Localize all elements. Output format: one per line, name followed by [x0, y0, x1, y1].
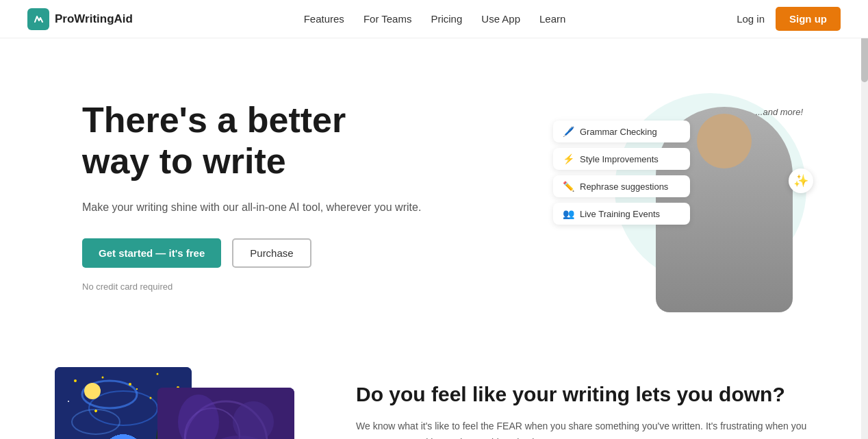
feature-cards-list: 🖊️ Grammar Checking ⚡ Style Improvements… — [553, 121, 690, 225]
navigation: ProWritingAid Features For Teams Pricing… — [0, 0, 868, 38]
get-started-button[interactable]: Get started — it's free — [82, 238, 221, 268]
nav-links: Features For Teams Pricing Use App Learn — [304, 13, 566, 25]
svg-point-7 — [129, 383, 131, 386]
signup-button[interactable]: Sign up — [776, 7, 841, 31]
hero-illustration: ...and more! ✨ 🖊️ Grammar Checking ⚡ Sty… — [553, 79, 813, 312]
no-credit-card-note: No credit card required — [82, 281, 421, 292]
scrollbar-track[interactable] — [861, 0, 868, 439]
second-body: We know what it's like to feel the FEAR … — [356, 418, 813, 439]
svg-point-10 — [68, 401, 69, 402]
svg-point-2 — [82, 381, 137, 408]
second-text: Do you feel like your writing lets you d… — [356, 367, 813, 439]
svg-point-5 — [74, 379, 77, 382]
svg-point-4 — [72, 410, 120, 434]
svg-point-12 — [84, 383, 101, 399]
second-section: My idea in my head Do you feel like your… — [0, 340, 868, 439]
feature-card-style: ⚡ Style Improvements — [553, 148, 690, 170]
logo-icon — [27, 8, 49, 30]
svg-point-11 — [150, 397, 152, 399]
rephrase-icon: ✏️ — [563, 181, 574, 192]
brand-name: ProWritingAid — [55, 12, 133, 26]
nav-use-app[interactable]: Use App — [481, 13, 520, 25]
feature-card-grammar: 🖊️ Grammar Checking — [553, 121, 690, 142]
nav-pricing[interactable]: Pricing — [431, 13, 462, 25]
svg-point-6 — [102, 377, 104, 379]
hero-content: There's a better way to write Make your … — [82, 100, 421, 291]
feature-card-training: 👥 Live Training Events — [553, 203, 690, 225]
brand-logo[interactable]: ProWritingAid — [27, 8, 133, 30]
nav-features[interactable]: Features — [304, 13, 344, 25]
second-title: Do you feel like your writing lets you d… — [356, 381, 813, 407]
hero-section: There's a better way to write Make your … — [0, 38, 868, 340]
hero-buttons: Get started — it's free Purchase — [82, 238, 421, 268]
nav-actions: Log in Sign up — [737, 7, 841, 31]
svg-point-3 — [89, 391, 157, 425]
nav-learn[interactable]: Learn — [539, 13, 565, 25]
hero-title: There's a better way to write — [82, 100, 421, 182]
second-images: My idea in my head — [55, 367, 315, 439]
svg-rect-17 — [157, 388, 294, 439]
login-link[interactable]: Log in — [737, 13, 765, 25]
person-head — [697, 114, 752, 168]
feature-card-rephrase: ✏️ Rephrase suggestions — [553, 175, 690, 197]
grammar-icon: 🖊️ — [563, 126, 574, 137]
hero-subtitle: Make your writing shine with our all-in-… — [82, 199, 421, 216]
nav-for-teams[interactable]: For Teams — [363, 13, 412, 25]
more-badge: ...and more! — [756, 107, 803, 117]
purple-abstract-image — [157, 388, 294, 439]
style-icon: ⚡ — [563, 153, 574, 164]
purchase-button[interactable]: Purchase — [232, 238, 311, 268]
training-icon: 👥 — [563, 208, 574, 219]
svg-point-8 — [157, 373, 159, 375]
star-badge: ✨ — [789, 168, 813, 193]
